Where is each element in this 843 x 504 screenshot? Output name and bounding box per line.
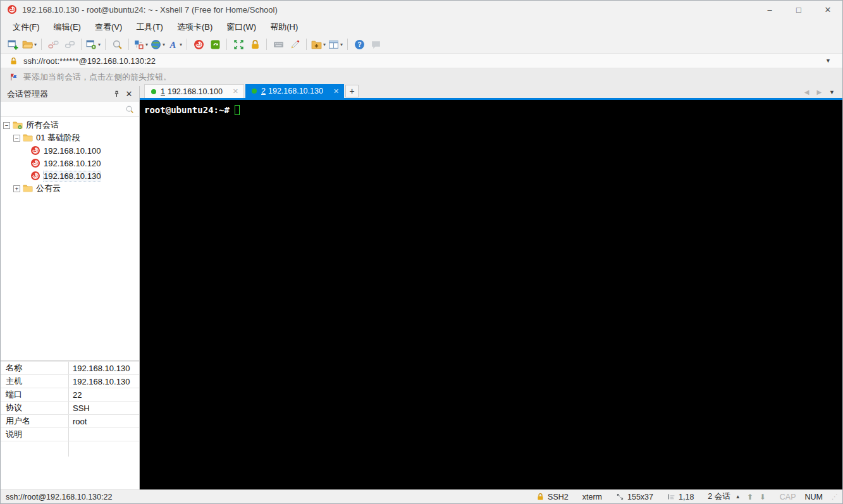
prop-value[interactable]: 22 xyxy=(69,388,139,401)
tab-number: 2 xyxy=(261,87,266,95)
collapse-icon[interactable]: − xyxy=(3,122,10,129)
new-tab-button[interactable]: + xyxy=(345,85,359,97)
tree-item-folder-01[interactable]: − 01 基础阶段 xyxy=(1,132,139,144)
tree-item-session-100[interactable]: 192.168.10.100 xyxy=(1,144,139,157)
tab-close-icon[interactable]: ✕ xyxy=(233,87,238,95)
main-area: 会话管理器 ✕ − 所有会话 − 01 基础阶段 xyxy=(1,86,842,489)
menu-window[interactable]: 窗口(W) xyxy=(219,19,263,35)
tree-item-session-120[interactable]: 192.168.10.120 xyxy=(1,157,139,169)
session-icon xyxy=(30,171,40,181)
address-url[interactable]: ssh://root:******@192.168.10.130:22 xyxy=(23,56,819,66)
close-button[interactable]: ✕ xyxy=(813,1,842,18)
session-properties-icon xyxy=(86,39,97,50)
toolbar-separator xyxy=(266,39,267,50)
reconnect-button[interactable] xyxy=(61,37,78,52)
status-terminal-type[interactable]: xterm xyxy=(582,493,602,501)
prop-label: 说明 xyxy=(1,428,69,441)
new-session-folder-button[interactable]: ▾ xyxy=(310,37,327,52)
terminal[interactable]: root@ubuntu24:~# xyxy=(140,100,842,489)
maximize-button[interactable]: □ xyxy=(784,1,813,18)
menu-edit[interactable]: 编辑(E) xyxy=(47,19,88,35)
compose-bar-icon xyxy=(133,39,144,50)
expand-icon[interactable]: + xyxy=(13,185,20,192)
lock-screen-button[interactable] xyxy=(247,37,263,52)
highlight-button[interactable] xyxy=(286,37,303,52)
search-icon xyxy=(112,39,123,50)
menu-view[interactable]: 查看(V) xyxy=(88,19,129,35)
tab-close-icon[interactable]: ✕ xyxy=(333,87,339,95)
prop-row-name: 名称 192.168.10.130 xyxy=(1,362,139,375)
virtual-keyboard-button[interactable] xyxy=(270,37,286,52)
new-session-icon xyxy=(8,39,18,50)
font-icon: A xyxy=(168,39,178,50)
tabs-menu-caret[interactable]: ▼ xyxy=(825,89,839,95)
layout-button[interactable]: ▾ xyxy=(327,37,344,52)
status-session-count[interactable]: 2 会话 ▲ xyxy=(708,491,740,502)
prop-label: 用户名 xyxy=(1,415,69,427)
close-panel-icon[interactable]: ✕ xyxy=(123,88,135,101)
new-session-button[interactable] xyxy=(4,37,21,52)
menu-tab[interactable]: 选项卡(B) xyxy=(170,19,219,35)
pin-icon[interactable] xyxy=(110,88,123,101)
status-encryption: SSH2 xyxy=(536,493,569,501)
chevron-down-icon: ▾ xyxy=(163,42,165,47)
tab-session-2[interactable]: 2 192.168.10.130 ✕ xyxy=(245,84,344,98)
address-dropdown-caret[interactable]: ▼ xyxy=(819,58,837,64)
prop-value[interactable]: root xyxy=(69,415,139,427)
menu-help[interactable]: 帮助(H) xyxy=(263,19,305,35)
chevron-down-icon: ▾ xyxy=(145,42,148,47)
prop-value[interactable]: 192.168.10.130 xyxy=(69,375,139,388)
tab-scroll-left-icon[interactable]: ◀ xyxy=(801,89,813,95)
prop-value[interactable]: 192.168.10.130 xyxy=(69,362,139,374)
status-screen-size: 155x37 xyxy=(616,493,653,501)
tab-number: 1 xyxy=(161,87,165,96)
xftp-button[interactable] xyxy=(207,37,223,52)
tab-session-1[interactable]: 1 192.168.10.100 ✕ xyxy=(144,84,244,98)
tab-host: 192.168.10.100 xyxy=(168,87,223,96)
compose-bar-button[interactable]: ▾ xyxy=(132,37,149,52)
tree-item-session-130[interactable]: 192.168.10.130 xyxy=(1,169,139,182)
tab-scroll-right-icon[interactable]: ▶ xyxy=(813,89,825,95)
tree-item-all-sessions[interactable]: − 所有会话 xyxy=(1,119,139,132)
tree-item-folder-cloud[interactable]: + 公有云 xyxy=(1,182,139,195)
resize-grip[interactable]: ⋰ xyxy=(832,493,839,500)
xshell-icon xyxy=(194,39,204,50)
session-properties-button[interactable]: ▾ xyxy=(85,37,102,52)
help-button[interactable]: ? xyxy=(351,37,367,52)
font-button[interactable]: A ▾ xyxy=(166,37,183,52)
find-button[interactable] xyxy=(109,37,125,52)
reconnect-icon xyxy=(65,39,75,50)
minimize-button[interactable]: – xyxy=(755,1,784,18)
session-search[interactable] xyxy=(1,102,139,117)
disconnect-button[interactable] xyxy=(45,37,61,52)
menu-tools[interactable]: 工具(T) xyxy=(129,19,170,35)
search-input[interactable] xyxy=(1,104,125,114)
toolbar-separator xyxy=(347,39,348,50)
menu-file[interactable]: 文件(F) xyxy=(6,19,47,35)
titlebar: 192.168.10.130 - root@ubuntu24: ~ - Xshe… xyxy=(1,1,842,18)
web-browser-button[interactable]: ▾ xyxy=(149,37,166,52)
connected-dot-icon xyxy=(252,89,257,94)
prop-value[interactable] xyxy=(69,428,139,441)
chevron-down-icon: ▾ xyxy=(340,42,343,47)
svg-text:?: ? xyxy=(357,41,361,48)
folder-icon xyxy=(23,183,33,194)
lock-icon xyxy=(9,57,18,65)
prop-row-description: 说明 xyxy=(1,428,139,441)
feedback-button[interactable] xyxy=(367,37,384,52)
prop-row-username: 用户名 root xyxy=(1,415,139,428)
statusbar: ssh://root@192.168.10.130:22 SSH2 xterm … xyxy=(1,489,842,503)
collapse-icon[interactable]: − xyxy=(13,135,20,142)
xshell-button[interactable] xyxy=(190,37,207,52)
toolbar-separator xyxy=(81,39,82,50)
scroll-up-icon[interactable]: ⬆ xyxy=(747,493,753,501)
fullscreen-button[interactable] xyxy=(230,37,247,52)
prop-value[interactable]: SSH xyxy=(69,402,139,414)
toolbar-separator xyxy=(128,39,129,50)
chevron-down-icon: ▾ xyxy=(34,42,37,47)
scroll-down-icon[interactable]: ⬇ xyxy=(760,493,766,501)
open-session-button[interactable]: ▾ xyxy=(21,37,38,52)
caps-lock-indicator: CAP xyxy=(780,493,796,501)
disconnect-icon xyxy=(48,39,59,50)
addressbar[interactable]: ssh://root:******@192.168.10.130:22 ▼ xyxy=(1,54,842,68)
